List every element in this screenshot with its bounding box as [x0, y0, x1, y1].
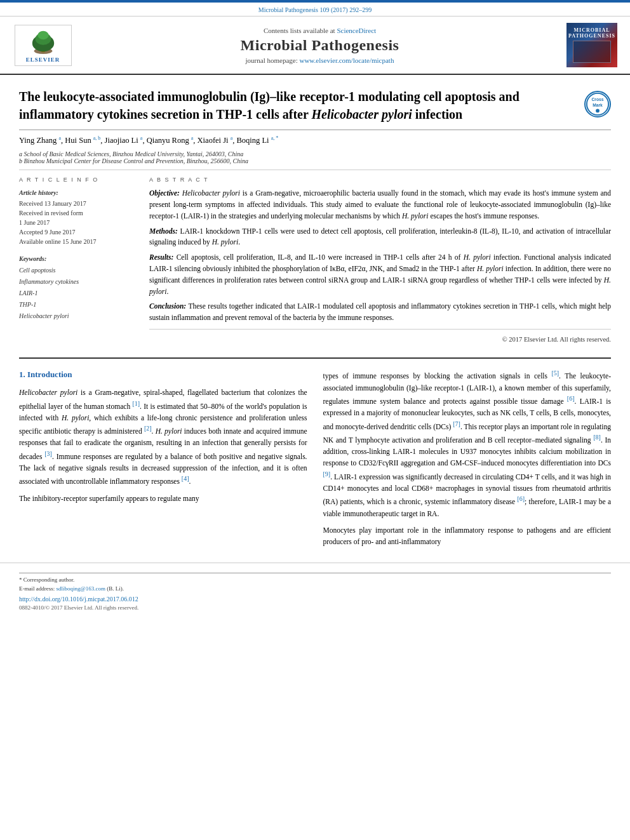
footer-rule — [19, 573, 611, 573]
journal-header: ELSEVIER Contents lists available at Sci… — [0, 17, 630, 75]
page: Microbial Pathogenesis 109 (2017) 292–29… — [0, 0, 630, 840]
ref-2-link[interactable]: [2] — [144, 425, 152, 432]
main-content: The leukocyte-associated immunoglobulin … — [0, 75, 630, 553]
ref-6b-link[interactable]: [6] — [517, 495, 525, 502]
science-direct-link[interactable]: ScienceDirect — [337, 27, 376, 34]
abstract-methods: Methods: LAIR-1 knockdown THP-1 cells we… — [149, 226, 611, 249]
crossmark-icon: Cross Mark — [584, 91, 611, 117]
abstract-conclusion: Conclusion: These results together indic… — [149, 301, 611, 324]
intro-para-3: types of immune responses by blocking th… — [323, 368, 612, 519]
keywords-block: Keywords: Cell apoptosis Inflammatory cy… — [19, 254, 137, 322]
doi-link[interactable]: http://dx.doi.org/10.1016/j.micpat.2017.… — [19, 596, 611, 603]
issn-line: 0882-4010/© 2017 Elsevier Ltd. All right… — [19, 604, 611, 611]
abstract-col: A B S T R A C T Objective: Helicobacter … — [149, 177, 611, 345]
ref-1-link[interactable]: [1] — [132, 400, 140, 407]
body-col-left: 1. Introduction Helicobacter pylori is a… — [19, 368, 307, 552]
article-info-abstract: A R T I C L E I N F O Article history: R… — [19, 170, 611, 351]
article-info-label: A R T I C L E I N F O — [19, 177, 137, 183]
corresponding-author-note: * Corresponding author. — [19, 577, 611, 583]
affiliation-b: b Binzhou Municipal Center for Disease C… — [19, 157, 611, 164]
ref-5-link[interactable]: [5] — [551, 370, 559, 377]
header-center: Contents lists available at ScienceDirec… — [79, 27, 560, 64]
journal-reference: Microbial Pathogenesis 109 (2017) 292–29… — [0, 3, 630, 17]
contents-line: Contents lists available at ScienceDirec… — [79, 27, 560, 34]
abstract-objective: Objective: Helicobacter pylori is a Gram… — [149, 188, 611, 222]
footer-area: * Corresponding author. E-mail address: … — [0, 563, 630, 617]
svg-text:Cross: Cross — [592, 97, 604, 102]
svg-text:Mark: Mark — [593, 103, 603, 107]
elsevier-logo-area: ELSEVIER — [13, 25, 73, 66]
keywords-list: Cell apoptosis Inflammatory cytokines LA… — [19, 265, 137, 322]
abstract-results: Results: Cell apoptosis, cell proliferat… — [149, 252, 611, 297]
journal-title: Microbial Pathogenesis — [79, 37, 560, 54]
article-info-col: A R T I C L E I N F O Article history: R… — [19, 177, 137, 345]
ref-9-link[interactable]: [9] — [323, 470, 331, 477]
journal-thumbnail: MICROBIAL PATHOGENESIS — [566, 23, 617, 67]
ref-6-link[interactable]: [6] — [567, 395, 575, 402]
article-title: The leukocyte-associated immunoglobulin … — [19, 88, 578, 123]
crossmark-badge[interactable]: Cross Mark — [584, 91, 611, 117]
affiliations: a School of Basic Medical Sciences, Binz… — [19, 148, 611, 170]
svg-point-8 — [596, 109, 600, 113]
abstract-label: A B S T R A C T — [149, 177, 611, 183]
intro-para-2: The inhibitory-receptor superfamily appe… — [19, 493, 307, 504]
ref-7-link[interactable]: [7] — [453, 420, 460, 427]
thumb-image: MICROBIAL PATHOGENESIS — [566, 23, 617, 67]
ref-3-link[interactable]: [3] — [44, 450, 52, 457]
intro-para-1: Helicobacter pylori is a Gram-negative, … — [19, 387, 307, 487]
journal-homepage-link[interactable]: www.elsevier.com/locate/micpath — [299, 57, 394, 64]
abstract-block: Objective: Helicobacter pylori is a Gram… — [149, 188, 611, 345]
authors-line: Ying Zhang a, Hui Sun a, b, Jiaojiao Li … — [19, 130, 611, 148]
article-title-section: The leukocyte-associated immunoglobulin … — [19, 75, 611, 130]
intro-para-4: Monocytes play important role in the inf… — [323, 524, 612, 548]
affiliation-a: a School of Basic Medical Sciences, Binz… — [19, 150, 611, 157]
body-col-right: types of immune responses by blocking th… — [323, 368, 612, 552]
section-heading-intro: 1. Introduction — [19, 368, 307, 382]
svg-point-4 — [37, 30, 48, 39]
article-body: 1. Introduction Helicobacter pylori is a… — [19, 357, 611, 552]
email-note: E-mail address: sdliboqing@163.com (B. L… — [19, 585, 611, 592]
elsevier-tree-icon — [24, 28, 62, 55]
journal-homepage: journal homepage: www.elsevier.com/locat… — [79, 57, 560, 64]
ref-8-link[interactable]: [8] — [593, 434, 601, 441]
ref-4-link[interactable]: [4] — [182, 475, 189, 482]
copyright-line: © 2017 Elsevier Ltd. All rights reserved… — [149, 329, 611, 345]
elsevier-logo-box: ELSEVIER — [15, 25, 72, 66]
body-two-col: 1. Introduction Helicobacter pylori is a… — [19, 368, 611, 552]
email-link[interactable]: sdliboqing@163.com — [56, 585, 105, 592]
article-history: Article history: Received 13 January 201… — [19, 188, 137, 246]
elsevier-text: ELSEVIER — [26, 57, 60, 63]
thumb-graphic — [573, 41, 611, 63]
